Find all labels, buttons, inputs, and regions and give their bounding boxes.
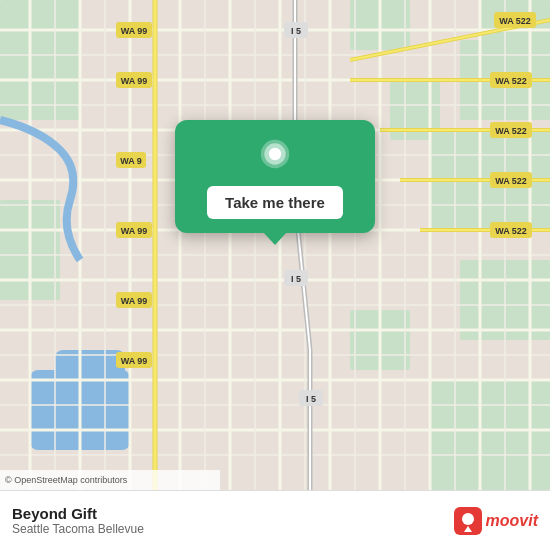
moovit-icon (454, 507, 482, 535)
svg-text:WA 99: WA 99 (121, 356, 148, 366)
svg-text:WA 99: WA 99 (121, 76, 148, 86)
bottom-bar: Beyond Gift Seattle Tacoma Bellevue moov… (0, 490, 550, 550)
svg-rect-4 (0, 0, 80, 120)
svg-text:WA 522: WA 522 (499, 16, 531, 26)
svg-text:© OpenStreetMap contributors: © OpenStreetMap contributors (5, 475, 128, 485)
svg-text:WA 99: WA 99 (121, 296, 148, 306)
svg-text:WA 522: WA 522 (495, 176, 527, 186)
moovit-text: moovit (486, 512, 538, 530)
svg-point-102 (269, 148, 281, 160)
svg-text:WA 9: WA 9 (120, 156, 142, 166)
moovit-logo: moovit (454, 507, 538, 535)
svg-text:WA 522: WA 522 (495, 226, 527, 236)
svg-text:WA 99: WA 99 (121, 26, 148, 36)
svg-point-104 (462, 513, 474, 525)
location-name: Beyond Gift (12, 505, 454, 522)
popup-card: Take me there (175, 120, 375, 233)
svg-rect-12 (430, 380, 550, 490)
map-container: WA 99 WA 99 WA 9 WA 99 WA 99 WA 99 WA 52… (0, 0, 550, 490)
location-pin-icon (255, 138, 295, 178)
svg-text:I 5: I 5 (306, 394, 316, 404)
location-region: Seattle Tacoma Bellevue (12, 522, 454, 536)
svg-text:WA 99: WA 99 (121, 226, 148, 236)
location-info: Beyond Gift Seattle Tacoma Bellevue (12, 505, 454, 536)
svg-text:I 5: I 5 (291, 26, 301, 36)
svg-text:I 5: I 5 (291, 274, 301, 284)
svg-text:WA 522: WA 522 (495, 126, 527, 136)
svg-text:WA 522: WA 522 (495, 76, 527, 86)
take-me-there-button[interactable]: Take me there (207, 186, 343, 219)
